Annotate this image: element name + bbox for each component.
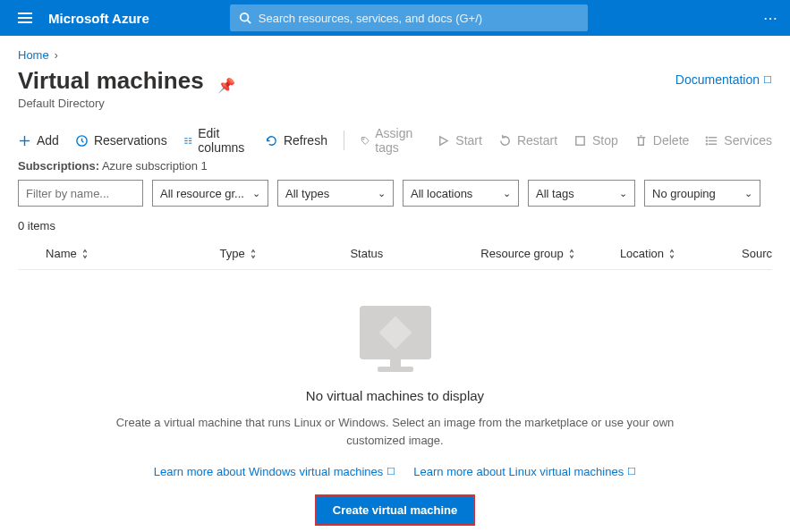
col-rg-label: Resource group [480,247,564,260]
svg-point-19 [707,140,708,141]
types-dropdown[interactable]: All types⌄ [277,180,394,207]
external-link-icon: ☐ [763,74,772,86]
svg-rect-13 [576,136,584,144]
col-location-label: Location [620,247,664,260]
col-source[interactable]: Sourc [742,247,772,260]
menu-icon[interactable] [11,5,39,30]
stop-button[interactable]: Stop [573,133,618,148]
chevron-down-icon: ⌄ [744,188,752,199]
brand-label: Microsoft Azure [48,11,149,26]
col-name-label: Name [46,247,77,260]
filters-row: All resource gr...⌄ All types⌄ All locat… [18,180,772,207]
toolbar-separator [344,131,344,150]
item-count: 0 items [18,219,772,232]
types-label: All types [285,187,329,200]
table-header: Name Type Status Resource group Location… [18,240,772,270]
restart-button[interactable]: Restart [498,133,557,148]
col-type[interactable]: Type [220,247,351,260]
edit-columns-button[interactable]: Edit columns [183,126,249,155]
empty-monitor-icon [360,306,431,359]
learn-linux-label: Learn more about Linux virtual machines [413,465,624,478]
pin-icon[interactable]: 📌 [217,77,235,94]
chevron-down-icon: ⌄ [252,188,260,199]
refresh-label: Refresh [284,133,327,148]
stop-label: Stop [592,133,618,148]
add-label: Add [37,133,59,148]
svg-point-11 [362,138,363,139]
assign-tags-label: Assign tags [375,126,420,155]
list-icon [705,134,718,148]
play-icon [437,134,450,148]
col-source-label: Sourc [742,247,772,260]
col-status-label: Status [350,247,383,260]
subscriptions-label: Subscriptions: [18,159,99,173]
col-type-label: Type [220,247,245,260]
svg-point-20 [707,143,708,144]
refresh-icon [265,134,278,148]
external-link-icon: ☐ [627,466,636,477]
tags-label: All tags [536,187,574,200]
global-search[interactable]: Search resources, services, and docs (G+… [230,4,588,31]
start-button[interactable]: Start [437,133,482,148]
restart-icon [498,134,512,148]
breadcrumb: Home › [18,48,772,62]
resource-group-dropdown[interactable]: All resource gr...⌄ [152,180,268,207]
col-status[interactable]: Status [350,247,480,260]
more-icon[interactable]: ⋯ [763,10,779,27]
resource-group-label: All resource gr... [160,187,244,200]
chevron-right-icon: › [55,49,58,62]
breadcrumb-home[interactable]: Home [18,48,49,62]
sort-icon [667,249,676,259]
edit-columns-label: Edit columns [198,126,249,155]
empty-state: No virtual machines to display Create a … [18,306,772,526]
learn-windows-label: Learn more about Windows virtual machine… [154,465,384,478]
stop-icon [573,134,587,148]
assign-tags-button[interactable]: Assign tags [361,126,421,155]
columns-icon [183,134,193,148]
documentation-link[interactable]: Documentation ☐ [675,72,772,87]
documentation-label: Documentation [675,72,760,87]
sort-icon [567,249,576,259]
delete-button[interactable]: Delete [634,133,689,148]
refresh-button[interactable]: Refresh [265,133,327,148]
start-label: Start [455,133,482,148]
locations-label: All locations [411,187,472,200]
subscriptions-line: Subscriptions: Azure subscription 1 [18,159,772,173]
clock-icon [75,134,89,148]
plus-icon [18,134,31,148]
learn-linux-link[interactable]: Learn more about Linux virtual machines … [413,465,636,478]
col-name[interactable]: Name [46,247,219,260]
command-bar: Add Reservations Edit columns Refresh As… [18,126,772,156]
reservations-label: Reservations [94,133,167,148]
tag-icon [361,134,370,148]
sort-icon [249,249,258,259]
subscriptions-value: Azure subscription 1 [102,159,208,173]
services-label: Services [724,133,772,148]
learn-windows-link[interactable]: Learn more about Windows virtual machine… [154,465,396,478]
svg-point-0 [241,13,249,21]
external-link-icon: ☐ [387,466,395,477]
svg-point-18 [707,137,708,138]
chevron-down-icon: ⌄ [378,188,386,199]
reservations-button[interactable]: Reservations [75,133,167,148]
grouping-dropdown[interactable]: No grouping⌄ [644,180,760,207]
empty-description: Create a virtual machine that runs Linux… [109,414,682,449]
create-vm-button[interactable]: Create virtual machine [315,494,475,526]
page-title: Virtual machines [18,67,204,95]
col-location[interactable]: Location [620,247,742,260]
tags-dropdown[interactable]: All tags⌄ [528,180,635,207]
col-resource-group[interactable]: Resource group [480,247,620,260]
svg-line-1 [247,21,251,24]
filter-name-input[interactable] [18,180,143,207]
empty-heading: No virtual machines to display [18,388,772,403]
sort-icon [81,249,89,259]
locations-dropdown[interactable]: All locations⌄ [403,180,519,207]
add-button[interactable]: Add [18,133,59,148]
services-button[interactable]: Services [705,133,772,148]
delete-label: Delete [653,133,689,148]
svg-marker-12 [440,136,447,144]
restart-label: Restart [517,133,557,148]
search-icon [239,12,251,24]
global-header: Microsoft Azure Search resources, servic… [0,0,790,36]
trash-icon [634,134,648,148]
